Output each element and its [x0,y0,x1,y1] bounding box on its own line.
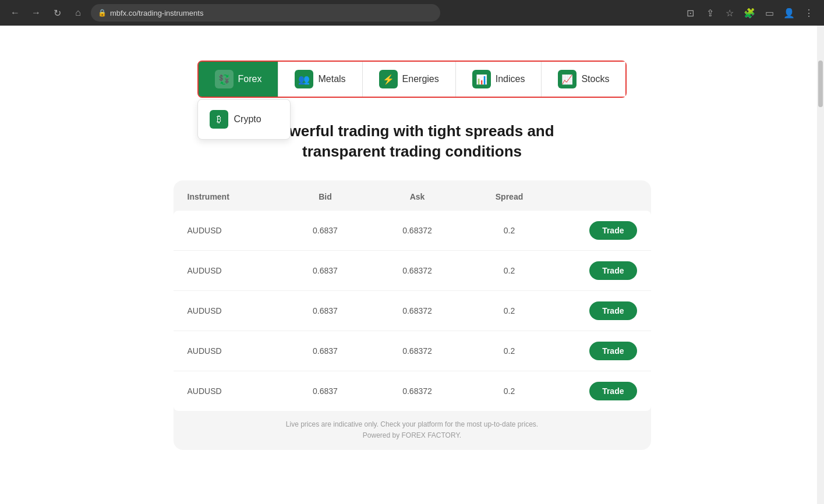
refresh-button[interactable]: ↻ [49,5,65,21]
energies-icon: ⚡ [379,70,398,88]
cell-trade-0: Trade [556,221,637,240]
tab-stocks-label: Stocks [581,74,609,84]
crypto-icon: ₿ [210,110,228,129]
browser-chrome: ← → ↻ ⌂ 🔒 mbfx.co/trading-instruments ⊡ … [0,0,824,26]
cell-instrument-0: AUDUSD [188,226,280,235]
col-action [556,192,637,201]
scrollbar-thumb[interactable] [818,61,823,107]
table-row: AUDUSD 0.6837 0.68372 0.2 Trade [174,331,651,371]
cell-bid-1: 0.6837 [280,266,372,275]
col-instrument: Instrument [188,192,280,201]
heading-line1: Powerful trading with tight spreads and [270,122,554,140]
home-button[interactable]: ⌂ [70,5,86,21]
trade-button-3[interactable]: Trade [589,342,636,360]
cell-spread-0: 0.2 [464,226,556,235]
cell-spread-2: 0.2 [464,306,556,315]
page-content: 💱 Forex 👥 Metals ⚡ Energies 📊 Indices 📈 [0,26,824,504]
cell-spread-4: 0.2 [464,386,556,396]
page-heading: Powerful trading with tight spreads and … [270,121,554,162]
footer-powered: Powered by FOREX FACTORY. [363,431,461,439]
tab-button[interactable]: ▭ [761,5,777,21]
cell-bid-3: 0.6837 [280,346,372,356]
col-spread: Spread [464,192,556,201]
browser-actions: ⊡ ⇪ ☆ 🧩 ▭ 👤 ⋮ [682,5,817,21]
trade-button-0[interactable]: Trade [589,221,636,240]
cell-bid-0: 0.6837 [280,226,372,235]
tab-indices-label: Indices [496,74,525,84]
tab-indices[interactable]: 📊 Indices [456,62,542,97]
forward-button[interactable]: → [28,5,44,21]
scrollbar[interactable] [817,26,824,504]
cell-instrument-1: AUDUSD [188,266,280,275]
col-bid: Bid [280,192,372,201]
table-row: AUDUSD 0.6837 0.68372 0.2 Trade [174,251,651,291]
cell-bid-4: 0.6837 [280,386,372,396]
footer-note-text: Live prices are indicative only. Check y… [286,420,538,428]
cell-instrument-3: AUDUSD [188,346,280,356]
cell-trade-2: Trade [556,301,637,320]
table-header: Instrument Bid Ask Spread [174,180,651,211]
cell-trade-4: Trade [556,382,637,400]
tab-forex[interactable]: 💱 Forex [199,62,279,97]
cell-ask-3: 0.68372 [372,346,464,356]
table-row: AUDUSD 0.6837 0.68372 0.2 Trade [174,371,651,411]
forex-icon: 💱 [215,70,234,88]
menu-button[interactable]: ⋮ [801,5,817,21]
col-ask: Ask [372,192,464,201]
tab-energies[interactable]: ⚡ Energies [363,62,456,97]
heading-line2: transparent trading conditions [302,143,522,160]
cell-ask-1: 0.68372 [372,266,464,275]
stocks-icon: 📈 [558,70,577,88]
table-footer: Live prices are indicative only. Check y… [174,411,651,449]
tab-energies-label: Energies [402,74,439,84]
cell-spread-3: 0.2 [464,346,556,356]
tab-metals[interactable]: 👥 Metals [278,62,362,97]
trade-button-1[interactable]: Trade [589,261,636,280]
extensions-button[interactable]: 🧩 [741,5,758,21]
nav-tabs: 💱 Forex 👥 Metals ⚡ Energies 📊 Indices 📈 [197,61,627,98]
tab-forex-label: Forex [238,74,262,84]
trade-button-4[interactable]: Trade [589,382,636,400]
table-row: AUDUSD 0.6837 0.68372 0.2 Trade [174,211,651,251]
trading-table: Instrument Bid Ask Spread AUDUSD 0.6837 … [174,180,651,449]
nav-container: 💱 Forex 👥 Metals ⚡ Energies 📊 Indices 📈 [197,61,627,98]
cell-trade-3: Trade [556,342,637,360]
table-row: AUDUSD 0.6837 0.68372 0.2 Trade [174,291,651,331]
back-button[interactable]: ← [7,5,23,21]
footer-note: Live prices are indicative only. Check y… [188,419,637,441]
crypto-dropdown: ₿ Crypto [197,99,291,140]
profile-button[interactable]: 👤 [781,5,797,21]
bookmark-button[interactable]: ☆ [722,5,738,21]
trade-button-2[interactable]: Trade [589,301,636,320]
address-bar[interactable]: 🔒 mbfx.co/trading-instruments [91,4,440,22]
cell-ask-0: 0.68372 [372,226,464,235]
cell-ask-2: 0.68372 [372,306,464,315]
tab-crypto[interactable]: ₿ Crypto [198,102,290,137]
metals-icon: 👥 [295,70,313,88]
indices-icon: 📊 [472,70,491,88]
table-body: AUDUSD 0.6837 0.68372 0.2 Trade AUDUSD 0… [174,211,651,411]
tab-metals-label: Metals [318,74,345,84]
cell-instrument-2: AUDUSD [188,306,280,315]
lock-icon: 🔒 [98,9,107,17]
tab-stocks[interactable]: 📈 Stocks [542,62,625,97]
screenshot-button[interactable]: ⊡ [682,5,698,21]
url-text: mbfx.co/trading-instruments [110,9,203,17]
cell-spread-1: 0.2 [464,266,556,275]
cell-instrument-4: AUDUSD [188,386,280,396]
cell-bid-2: 0.6837 [280,306,372,315]
cell-trade-1: Trade [556,261,637,280]
cell-ask-4: 0.68372 [372,386,464,396]
share-button[interactable]: ⇪ [702,5,718,21]
crypto-label: Crypto [234,114,261,125]
